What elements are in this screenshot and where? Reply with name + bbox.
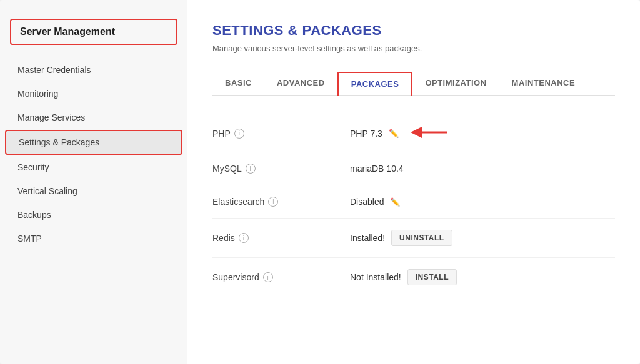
package-name-mysql: MySQLi xyxy=(212,164,350,174)
package-button-redis[interactable]: UNINSTALL xyxy=(391,230,452,246)
package-button-supervisord[interactable]: INSTALL xyxy=(408,269,457,285)
package-row-php: PHPiPHP 7.3✏️ xyxy=(212,115,615,152)
package-value-supervisord: Not Installed!INSTALL xyxy=(350,269,457,285)
package-value-redis: Installed!UNINSTALL xyxy=(350,230,452,246)
package-value-php: PHP 7.3✏️ xyxy=(350,126,449,140)
package-row-mysql: MySQLimariaDB 10.4 xyxy=(212,152,615,185)
package-row-supervisord: SupervisordiNot Installed!INSTALL xyxy=(212,258,615,297)
sidebar-nav: Master CredentialsMonitoringManage Servi… xyxy=(0,59,188,250)
package-value-text-php: PHP 7.3 xyxy=(350,129,382,139)
package-name-redis: Redisi xyxy=(212,233,350,243)
sidebar-item-backups[interactable]: Backups xyxy=(5,204,182,226)
app-window: Server Management Master CredentialsMoni… xyxy=(0,0,640,364)
package-value-text-supervisord: Not Installed! xyxy=(350,272,401,282)
page-title: SETTINGS & PACKAGES xyxy=(212,22,615,39)
tab-basic[interactable]: BASIC xyxy=(212,72,264,96)
package-row-redis: RedisiInstalled!UNINSTALL xyxy=(212,219,615,258)
package-name-supervisord: Supervisordi xyxy=(212,272,350,282)
package-value-text-redis: Installed! xyxy=(350,233,385,243)
tab-bar: BASICADVANCEDPACKAGESOPTIMIZATIONMAINTEN… xyxy=(212,72,615,96)
package-label-php: PHP xyxy=(212,129,231,139)
package-name-elasticsearch: Elasticsearchi xyxy=(212,197,350,207)
tab-packages[interactable]: PACKAGES xyxy=(338,72,413,96)
sidebar-item-smtp[interactable]: SMTP xyxy=(5,227,182,250)
sidebar: Server Management Master CredentialsMoni… xyxy=(0,0,188,364)
sidebar-item-master-credentials[interactable]: Master Credentials xyxy=(5,59,182,81)
package-value-mysql: mariaDB 10.4 xyxy=(350,164,404,174)
tab-maintenance[interactable]: MAINTENANCE xyxy=(499,72,588,96)
package-label-elasticsearch: Elasticsearch xyxy=(212,197,264,207)
info-icon-mysql[interactable]: i xyxy=(246,164,256,174)
tab-optimization[interactable]: OPTIMIZATION xyxy=(412,72,499,96)
package-list: PHPiPHP 7.3✏️ MySQLimariaDB 10.4Elastics… xyxy=(212,115,615,297)
arrow-annotation-php xyxy=(411,126,449,140)
package-value-elasticsearch: Disabled✏️ xyxy=(350,197,400,207)
sidebar-item-monitoring[interactable]: Monitoring xyxy=(5,82,182,105)
page-subtitle: Manage various server-level settings as … xyxy=(212,44,615,53)
tab-advanced[interactable]: ADVANCED xyxy=(264,72,338,96)
package-row-elasticsearch: ElasticsearchiDisabled✏️ xyxy=(212,185,615,219)
edit-icon-elasticsearch[interactable]: ✏️ xyxy=(390,197,400,207)
package-name-php: PHPi xyxy=(212,129,350,139)
info-icon-supervisord[interactable]: i xyxy=(263,272,273,282)
info-icon-redis[interactable]: i xyxy=(239,233,249,243)
main-content: SETTINGS & PACKAGES Manage various serve… xyxy=(188,0,640,364)
package-label-supervisord: Supervisord xyxy=(212,272,259,282)
package-label-mysql: MySQL xyxy=(212,164,242,174)
sidebar-item-settings-packages[interactable]: Settings & Packages xyxy=(5,130,182,155)
sidebar-item-manage-services[interactable]: Manage Services xyxy=(5,106,182,129)
arrow-svg xyxy=(411,126,449,139)
info-icon-php[interactable]: i xyxy=(234,129,244,139)
edit-icon-php[interactable]: ✏️ xyxy=(389,129,399,138)
sidebar-item-vertical-scaling[interactable]: Vertical Scaling xyxy=(5,180,182,202)
package-label-redis: Redis xyxy=(212,233,235,243)
package-value-text-mysql: mariaDB 10.4 xyxy=(350,164,404,174)
package-value-text-elasticsearch: Disabled xyxy=(350,197,384,207)
sidebar-item-security[interactable]: Security xyxy=(5,156,182,179)
info-icon-elasticsearch[interactable]: i xyxy=(268,197,278,207)
sidebar-header[interactable]: Server Management xyxy=(10,19,178,45)
